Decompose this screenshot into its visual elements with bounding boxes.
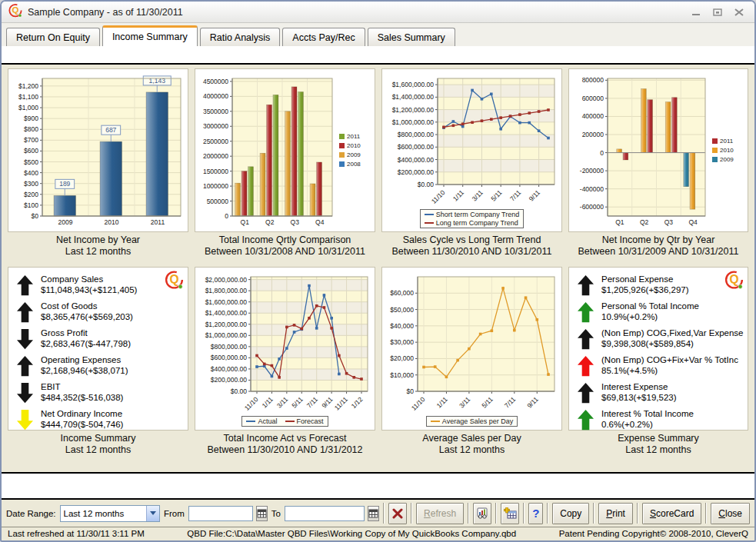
svg-text:$200,000.00: $200,000.00 [211,376,248,384]
summary-item-label: Gross Profit [41,328,131,338]
svg-text:$500: $500 [24,158,38,166]
svg-text:$800,000.00: $800,000.00 [398,131,435,138]
svg-text:2000000: 2000000 [203,152,228,160]
cleverq-logo-icon: Q [164,270,185,294]
legend-swatch [425,214,434,215]
legend-swatch [339,161,345,167]
chart-legend: 2011201020092008 [339,69,375,231]
legend-item: 2010 [339,142,373,149]
svg-text:$60,000: $60,000 [390,289,414,297]
svg-text:$400,000.00: $400,000.00 [211,365,248,373]
svg-text:$1,100: $1,100 [18,93,38,101]
legend-item: Forecast [285,417,324,425]
chart-caption: Net Income by Qtr by YearBetween 10/31/2… [568,232,748,258]
app-window: Q Sample Company - as of 11/30/2011 Retu… [0,0,756,542]
from-calendar-button[interactable] [256,506,268,521]
title-bar: Q Sample Company - as of 11/30/2011 [2,2,754,23]
svg-text:3000000: 3000000 [203,122,228,130]
tab-accts-pay-rec[interactable]: Accts Pay/Rec [282,28,365,46]
summary-item-value: $2,683,467($-447,798) [41,338,131,349]
svg-text:11/10: 11/10 [430,188,447,205]
up-arrow-icon [577,301,594,323]
legend-item: Average Sales per Day [431,417,513,425]
legend-item: Actual [246,417,277,425]
panel-income-summary: Q Company Sales$11,048,943(+$121,405)Cos… [8,267,188,456]
svg-text:200000: 200000 [582,131,604,138]
svg-text:1/11: 1/11 [261,395,275,410]
close-dashboard-button[interactable]: Close [711,503,750,524]
legend-item: 2011 [712,138,746,145]
svg-text:$1,000: $1,000 [18,104,38,111]
to-date-input[interactable] [285,506,365,521]
svg-text:7/11: 7/11 [305,395,320,410]
svg-text:$0.00: $0.00 [418,181,435,188]
window-title: Sample Company - as of 11/30/2011 [28,7,183,18]
from-date-input[interactable] [188,506,253,521]
svg-text:5/11: 5/11 [489,188,504,203]
last-refreshed-text: Last refreshed at 11/30/11 3:11 PM [8,529,145,538]
legend-item: 2009 [712,156,746,163]
average-sales-per-day-chart: $0$10,000$20,000$30,000$40,000$50,000$60… [382,268,561,416]
tab-sales-summary[interactable]: Sales Summary [368,28,455,46]
summary-item-label: EBIT [41,381,123,392]
svg-text:$1,600,000.00: $1,600,000.00 [392,81,435,88]
summary-item: Company Sales$11,048,943(+$121,405) [16,274,185,296]
calendar-icon [257,509,267,518]
to-calendar-button[interactable] [368,506,379,521]
svg-text:$0: $0 [32,212,39,220]
add-view-button[interactable] [501,503,519,524]
help-button[interactable]: ? [528,503,543,524]
svg-text:5/11: 5/11 [480,395,495,410]
summary-item-value: 0.6%(+0.2%) [601,419,694,430]
svg-text:9/11: 9/11 [320,395,335,410]
svg-text:Q2: Q2 [640,218,649,226]
summary-item-label: Personal % Total Income [601,301,699,311]
date-range-select[interactable]: Last 12 months [60,505,160,522]
report-preview-button[interactable] [473,503,491,524]
summary-item: (Non Emp) COG,Fixed,Var Expense$9,398,30… [577,328,744,350]
up-arrow-icon [577,409,594,431]
dashboard-content: $0$100$200$300$400$500$600$700$800$900$1… [2,65,754,472]
svg-text:Q2: Q2 [265,218,275,226]
clear-dates-button[interactable] [388,503,407,524]
legend-swatch [246,421,255,422]
svg-text:$50,000: $50,000 [390,306,414,314]
svg-text:-600000: -600000 [580,203,604,211]
up-arrow-icon [577,382,594,404]
print-button[interactable]: Print [598,503,633,524]
svg-text:11/10: 11/10 [243,395,260,412]
minimize-button[interactable] [690,7,702,18]
panel-total-income-qtrly: 0500000100000015000002000000250000030000… [195,68,375,258]
summary-item: EBIT$484,352($-516,038) [16,381,185,404]
question-mark-icon: ? [532,507,539,520]
summary-item-label: (Non Emp) COG+Fix+Var % TotInc [601,354,738,365]
legend-swatch [712,148,718,153]
restore-button[interactable] [711,7,724,18]
svg-text:$600: $600 [24,147,38,155]
panel-sales-cycle-trend: $0.00$200,000.00$400,000.00$600,000.00$8… [381,68,562,258]
up-arrow-icon [16,355,34,377]
summary-item-value: $444,709($-504,746) [41,419,123,430]
svg-text:Q: Q [12,5,19,15]
red-x-icon [391,508,404,519]
chart-caption: Average Sales per DayLast 12 months [381,431,562,456]
summary-item: Net Ordinary Income$444,709($-504,746) [16,408,185,431]
scorecard-button[interactable]: ScoreCard [642,503,701,524]
summary-item-value: $8,365,476(+$569,203) [41,311,133,322]
svg-text:$300: $300 [24,180,38,188]
dropdown-arrow-icon[interactable] [146,506,159,521]
svg-text:-200000: -200000 [580,167,604,175]
refresh-button[interactable]: Refresh [416,503,464,524]
tab-income-summary[interactable]: Income Summary [102,25,198,46]
tab-ratio-analysis[interactable]: Ratio Analysis [200,28,281,46]
close-button[interactable] [733,7,745,18]
panel-average-sales-per-day: $0$10,000$20,000$30,000$40,000$50,000$60… [381,267,562,456]
tab-return-on-equity[interactable]: Return On Equity [6,28,100,46]
svg-text:-400000: -400000 [580,185,604,193]
svg-text:9/11: 9/11 [528,188,542,203]
copy-button[interactable]: Copy [552,503,589,524]
chart-caption: Total Income Act vs ForecastBetween 11/3… [195,431,375,456]
summary-item-label: Operating Expenses [41,354,128,365]
summary-item: Cost of Goods$8,365,476(+$569,203) [16,301,185,323]
svg-text:800000: 800000 [582,76,604,84]
